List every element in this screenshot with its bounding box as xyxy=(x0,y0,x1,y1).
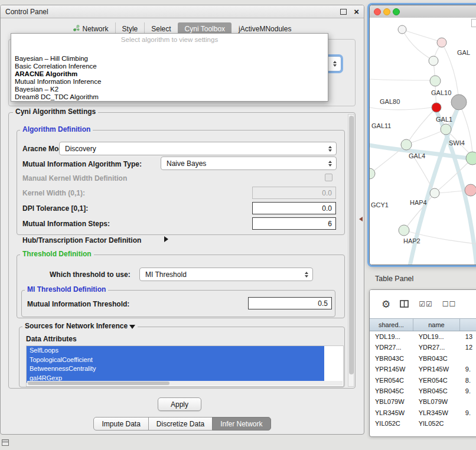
graph-edge[interactable] xyxy=(370,79,431,80)
attr-list-hthumb[interactable] xyxy=(28,381,169,385)
graph-node[interactable] xyxy=(432,103,441,112)
bottom-tab-infer-network[interactable]: Infer Network xyxy=(212,417,270,431)
close-icon[interactable]: × xyxy=(354,7,359,16)
graph-node[interactable] xyxy=(401,139,412,150)
bottom-tab-impute-data[interactable]: Impute Data xyxy=(93,417,148,431)
dropdown-item-dream8-dc-tdc-algorithm[interactable]: Dream8 DC_TDC Algorithm xyxy=(11,93,328,101)
close-traffic-light-icon[interactable] xyxy=(374,8,381,15)
graph-edge[interactable] xyxy=(407,129,446,144)
tab-label: Style xyxy=(122,25,138,33)
settings-scrollbar-thumb[interactable] xyxy=(349,116,354,374)
table-row[interactable]: YPR145WYPR145W9. xyxy=(370,364,476,374)
graph-node[interactable] xyxy=(399,225,409,236)
attribute-items: SelfLoopsTopologicalCoefficientBetweenne… xyxy=(27,346,343,383)
table-rows: YDL19...YDL19...13YDR27...YDR27...12YBR0… xyxy=(370,331,476,436)
node-label-gal80: GAL80 xyxy=(380,98,400,105)
settings-gear-icon[interactable]: ⚙ xyxy=(382,299,390,309)
algorithm-definition-title: Algorithm Definition xyxy=(20,126,93,133)
graph-node[interactable] xyxy=(370,168,375,179)
table-cell: YBR043C xyxy=(370,353,413,364)
table-cell xyxy=(460,396,476,407)
mi-type-label: Mutual Information Algorithm Type: xyxy=(22,160,142,169)
attribute-item-topologicalcoefficient[interactable]: TopologicalCoefficient xyxy=(27,356,324,365)
table-cell: YIL052C xyxy=(370,418,413,429)
which-threshold-combobox[interactable]: MI Threshold xyxy=(139,268,313,281)
dropdown-item-bayesian-hill-climbing[interactable]: Bayesian – Hill Climbing xyxy=(11,55,328,63)
tab-label: Select xyxy=(151,25,171,33)
dropdown-item-aracne-algorithm[interactable]: ARACNE Algorithm xyxy=(11,70,328,78)
which-threshold-label: Which threshold to use: xyxy=(50,270,131,279)
graph-node[interactable] xyxy=(430,188,439,198)
minimized-panel-icon[interactable] xyxy=(2,439,9,446)
desktop: Control Panel × NetworkStyleSelectCyni T… xyxy=(0,0,476,450)
graph-node[interactable] xyxy=(430,76,441,86)
graph-node[interactable] xyxy=(437,38,446,47)
float-window-icon[interactable] xyxy=(340,9,347,15)
data-attributes-list[interactable]: SelfLoopsTopologicalCoefficientBetweenne… xyxy=(26,345,344,387)
table-cell: YBL079W xyxy=(413,396,460,407)
table-row[interactable]: YBL079WYBL079W xyxy=(370,396,476,407)
table-cell: YIL052C xyxy=(413,418,460,429)
settings-scrollbar[interactable] xyxy=(348,114,354,387)
graph-edge[interactable] xyxy=(402,30,441,42)
bottom-tab-bar: Impute DataDiscretize DataInfer Network xyxy=(0,417,364,431)
table-row[interactable]: YBR043CYBR043C xyxy=(370,353,476,364)
graph-node[interactable] xyxy=(441,124,451,135)
sources-title: Sources for Network Inference xyxy=(22,322,138,330)
combo-arrows-icon xyxy=(328,161,332,167)
select-all-icon[interactable]: ☑☑ xyxy=(419,300,433,308)
kernel-width-field[interactable]: 0.0 xyxy=(252,187,336,199)
table-row[interactable]: YBR045CYBR045C9. xyxy=(370,386,476,396)
graph-edge[interactable] xyxy=(370,107,432,110)
dropdown-item-bayesian-k2[interactable]: Bayesian – K2 xyxy=(11,86,328,93)
table-row[interactable]: YDL19...YDL19...13 xyxy=(370,331,476,342)
table-row[interactable]: YLR345WYLR345W9. xyxy=(370,407,476,418)
cyni-settings-title: Cyni Algorithm Settings xyxy=(13,108,98,116)
graph-node[interactable] xyxy=(466,152,476,165)
scrollbar-corner xyxy=(471,19,476,27)
table-row[interactable]: YIL052CYIL052C xyxy=(370,418,476,429)
bottom-tab-discretize-data[interactable]: Discretize Data xyxy=(148,417,213,431)
table-cell: 9. xyxy=(460,386,476,396)
column-header-shared[interactable]: shared... xyxy=(370,319,413,331)
node-label-hap2: HAP2 xyxy=(403,237,420,244)
manual-kernel-label: Manual Kernel Width Definition xyxy=(22,174,127,183)
column-header-2[interactable] xyxy=(460,319,476,331)
attribute-item-betweennesscentrality[interactable]: BetweennessCentrality xyxy=(27,364,324,374)
graph-node[interactable] xyxy=(465,184,476,196)
mi-type-value: Naive Bayes xyxy=(167,159,206,168)
graph-edge[interactable] xyxy=(407,107,436,144)
columns-icon[interactable] xyxy=(400,300,409,308)
dropdown-item-mutual-information-inference[interactable]: Mutual Information Inference xyxy=(11,78,328,86)
apply-button[interactable]: Apply xyxy=(158,397,201,411)
graph-node[interactable] xyxy=(398,25,406,34)
deselect-all-icon[interactable]: ☐☐ xyxy=(442,300,457,308)
node-label-swi4: SWI4 xyxy=(449,139,465,146)
expand-right-icon[interactable] xyxy=(164,236,168,242)
graph-node[interactable] xyxy=(451,94,467,110)
node-label-gcy1: GCY1 xyxy=(371,201,389,208)
table-cell: 13 xyxy=(460,331,476,342)
graph-edge[interactable] xyxy=(402,30,433,60)
table-row[interactable]: YER054CYER054C8. xyxy=(370,375,476,386)
mi-steps-field[interactable]: 6 xyxy=(252,217,336,230)
network-canvas[interactable]: GALGAL80GAL10GAL11GAL1SWI4GAL4GCY1HAP4HA… xyxy=(370,18,476,265)
minimize-traffic-light-icon[interactable] xyxy=(383,8,390,15)
network-window-titlebar[interactable] xyxy=(370,5,476,18)
aracne-mode-combobox[interactable]: Discovery xyxy=(59,142,337,155)
dropdown-item-basic-correlation-inference[interactable]: Basic Correlation Inference xyxy=(11,63,328,70)
collapse-down-icon[interactable] xyxy=(129,325,135,329)
table-row[interactable]: YDR27...YDR27...12 xyxy=(370,342,476,353)
splitter-arrow-icon[interactable] xyxy=(359,217,363,221)
mi-type-combobox[interactable]: Naive Bayes xyxy=(161,156,337,170)
graph-node[interactable] xyxy=(429,56,438,66)
attr-list-hscrollbar[interactable] xyxy=(27,381,343,386)
dpi-tolerance-field[interactable]: 0.0 xyxy=(252,202,336,214)
manual-kernel-checkbox[interactable] xyxy=(325,174,332,181)
table-cell: YPR145W xyxy=(413,364,460,374)
mi-threshold-field[interactable]: 0.5 xyxy=(248,297,332,309)
zoom-traffic-light-icon[interactable] xyxy=(393,8,400,15)
control-panel-titlebar[interactable]: Control Panel × xyxy=(1,5,364,18)
attribute-item-selfloops[interactable]: SelfLoops xyxy=(27,346,324,356)
column-header-name[interactable]: name xyxy=(413,319,460,331)
